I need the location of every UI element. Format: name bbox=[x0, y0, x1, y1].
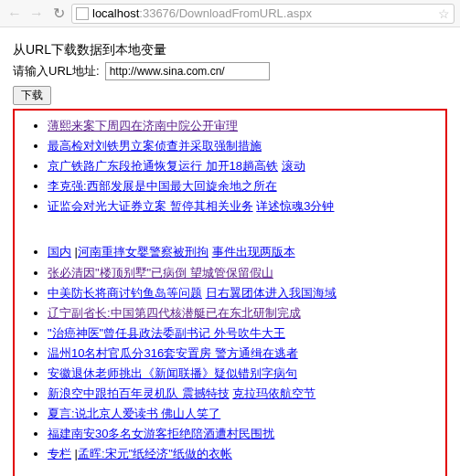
news-link[interactable]: 新浪空中跟拍百年灵机队 震撼特技 bbox=[48, 386, 230, 400]
news-link[interactable]: 日右翼团体进入我国海域 bbox=[206, 286, 337, 300]
news-link[interactable]: 福建南安30多名女游客拒绝陪酒遭村民围扰 bbox=[48, 427, 274, 440]
download-button[interactable]: 下载 bbox=[13, 86, 51, 105]
page-title: 从URL下载数据到本地变量 bbox=[13, 42, 447, 58]
news-link[interactable]: 安徽退休老师挑出《新闻联播》疑似错别字病句 bbox=[48, 366, 297, 380]
separator: | bbox=[71, 447, 78, 460]
news-link[interactable]: 夏言:说北京人爱读书 佛山人笑了 bbox=[48, 407, 220, 420]
url-input-row: 请输入URL地址: bbox=[13, 62, 447, 80]
list-item: 最高检对刘铁男立案侦查并采取强制措施 bbox=[48, 136, 438, 156]
page-icon bbox=[76, 7, 89, 20]
news-link[interactable]: 详述惊魂3分钟 bbox=[256, 199, 334, 213]
news-link[interactable]: 孟晖:宋元"纸经济"纸做的衣帐 bbox=[78, 447, 232, 460]
list-item: 薄熙来案下周四在济南中院公开审理 bbox=[48, 116, 438, 136]
reload-button[interactable]: ↻ bbox=[49, 5, 68, 23]
list-item: 国内 |河南重摔女婴警察被刑拘 事件出现两版本 bbox=[48, 242, 438, 262]
page-body: 从URL下载数据到本地变量 请输入URL地址: 下载 薄熙来案下周四在济南中院公… bbox=[0, 27, 460, 476]
bookmark-star-icon[interactable]: ☆ bbox=[438, 6, 450, 21]
url-input[interactable] bbox=[105, 62, 270, 80]
list-item: 温州10名村官瓜分316套安置房 警方通缉在逃者 bbox=[48, 344, 438, 364]
address-bar[interactable]: localhost:33676/DownloadFromURL.aspx ☆ bbox=[71, 4, 455, 24]
url-label: 请输入URL地址: bbox=[13, 63, 100, 79]
news-link[interactable]: "治癌神医"曾任县政法委副书记 外号吹牛大王 bbox=[48, 326, 285, 340]
news-link[interactable]: 京广铁路广东段抢通恢复运行 加开18趟高铁 bbox=[48, 159, 278, 173]
news-link[interactable]: 最高检对刘铁男立案侦查并采取强制措施 bbox=[48, 139, 262, 153]
news-link[interactable]: 张必清因"楼顶别墅"已病倒 望城管保留假山 bbox=[48, 266, 273, 280]
address-text: localhost:33676/DownloadFromURL.aspx bbox=[92, 6, 434, 20]
news-link[interactable]: 国内 bbox=[48, 245, 71, 259]
separator: | bbox=[71, 245, 78, 259]
news-link[interactable]: 专栏 bbox=[48, 447, 71, 460]
list-item: 安徽退休老师挑出《新闻联播》疑似错别字病句 bbox=[48, 364, 438, 384]
news-link[interactable]: 事件出现两版本 bbox=[212, 245, 295, 259]
list-item: 夏言:说北京人爱读书 佛山人笑了 bbox=[48, 404, 438, 424]
list-item: 福建南安30多名女游客拒绝陪酒遭村民围扰 bbox=[48, 424, 438, 444]
news-link[interactable]: 证监会对光大证券立案 暂停其相关业务 bbox=[48, 199, 253, 213]
list-item: 李克强:西部发展是中国最大回旋余地之所在 bbox=[48, 176, 438, 196]
list-item: 辽宁副省长:中国第四代核潜艇已在东北研制完成 bbox=[48, 303, 438, 323]
list-item: 专栏 |孟晖:宋元"纸经济"纸做的衣帐 bbox=[48, 444, 438, 464]
list-item: "治癌神医"曾任县政法委副书记 外号吹牛大王 bbox=[48, 323, 438, 344]
forward-button[interactable]: → bbox=[27, 5, 46, 23]
list-item: 新浪空中跟拍百年灵机队 震撼特技 克拉玛依航空节 bbox=[48, 384, 438, 404]
news-link[interactable]: 温州10名村官瓜分316套安置房 警方通缉在逃者 bbox=[48, 346, 298, 360]
list-item: 证监会对光大证券立案 暂停其相关业务 详述惊魂3分钟 bbox=[48, 196, 438, 217]
news-link[interactable]: 薄熙来案下周四在济南中院公开审理 bbox=[48, 119, 238, 132]
result-box: 薄熙来案下周四在济南中院公开审理最高检对刘铁男立案侦查并采取强制措施京广铁路广东… bbox=[13, 109, 447, 476]
browser-toolbar: ← → ↻ localhost:33676/DownloadFromURL.as… bbox=[0, 0, 460, 27]
list-item: 京广铁路广东段抢通恢复运行 加开18趟高铁 滚动 bbox=[48, 156, 438, 176]
news-link[interactable]: 克拉玛依航空节 bbox=[232, 386, 316, 400]
news-link[interactable]: 辽宁副省长:中国第四代核潜艇已在东北研制完成 bbox=[48, 306, 301, 320]
list-item: 张必清因"楼顶别墅"已病倒 望城管保留假山 bbox=[48, 263, 438, 283]
news-link[interactable]: 河南重摔女婴警察被刑拘 bbox=[78, 245, 209, 259]
list-item: 中美防长将商讨钓鱼岛等问题 日右翼团体进入我国海域 bbox=[48, 283, 438, 303]
news-link[interactable]: 李克强:西部发展是中国最大回旋余地之所在 bbox=[48, 179, 277, 193]
news-link[interactable]: 中美防长将商讨钓鱼岛等问题 bbox=[48, 286, 202, 300]
back-button[interactable]: ← bbox=[5, 5, 24, 23]
news-link[interactable]: 滚动 bbox=[282, 159, 305, 173]
